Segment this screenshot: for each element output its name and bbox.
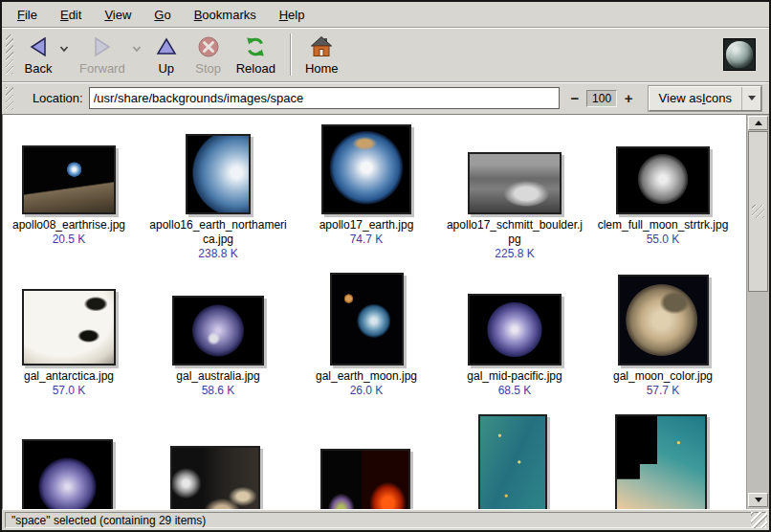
- back-icon: [27, 34, 50, 59]
- file-item-apollo08-earthrise[interactable]: apollo08_earthrise.jpg 20.5 K: [3, 119, 143, 247]
- location-bar: Location: − 100 + View as Icons: [2, 82, 769, 114]
- file-thumbnail: [330, 273, 404, 366]
- view-as-dropdown[interactable]: View as Icons: [649, 86, 761, 111]
- file-thumbnail[interactable]: [320, 449, 410, 509]
- file-name: gal_moon_color.jpg: [613, 369, 713, 384]
- file-thumbnail: [186, 134, 251, 214]
- forward-history-dropdown[interactable]: [132, 45, 142, 53]
- file-thumbnail[interactable]: [22, 439, 113, 509]
- home-icon: [310, 34, 333, 59]
- menu-help[interactable]: Help: [268, 4, 317, 26]
- file-size: 238.8 K: [198, 247, 237, 261]
- zoom-level-indicator: 100: [586, 90, 617, 107]
- file-size: 55.0 K: [647, 233, 680, 247]
- icon-view[interactable]: apollo08_earthrise.jpg 20.5 K apollo16_e…: [3, 115, 746, 509]
- file-name: gal_earth_moon.jpg: [316, 369, 417, 384]
- menu-file[interactable]: File: [6, 4, 49, 26]
- arrow-up-icon: [755, 121, 762, 125]
- file-item-gal-earth-moon[interactable]: gal_earth_moon.jpg 26.0 K: [293, 268, 440, 398]
- scroll-down-button[interactable]: [748, 493, 768, 507]
- menu-bookmarks[interactable]: Bookmarks: [183, 4, 268, 26]
- file-item-apollo17-schmitt-boulder[interactable]: apollo17_schmitt_boulder.jpg 225.8 K: [441, 119, 588, 261]
- file-thumbnail[interactable]: [615, 414, 707, 509]
- file-thumbnail: [468, 294, 562, 366]
- file-item-gal-mid-pacific[interactable]: gal_mid-pacific.jpg 68.5 K: [441, 268, 588, 398]
- file-name: gal_australia.jpg: [176, 369, 259, 384]
- toolbar-drag-handle[interactable]: [6, 34, 13, 75]
- throbber: [723, 38, 756, 71]
- window-resize-grip[interactable]: [751, 512, 767, 528]
- file-item-clem-full-moon[interactable]: clem_full_moon_strtrk.jpg 55.0 K: [589, 119, 737, 247]
- menu-view[interactable]: View: [93, 4, 143, 26]
- menu-bar: File Edit View Go Bookmarks Help: [2, 2, 769, 28]
- content-area: apollo08_earthrise.jpg 20.5 K apollo16_e…: [2, 114, 769, 510]
- file-name: apollo16_earth_northamerica.jpg: [147, 218, 289, 247]
- file-size: 74.7 K: [350, 233, 384, 247]
- home-button[interactable]: Home: [298, 32, 345, 78]
- file-name: apollo08_earthrise.jpg: [12, 218, 125, 233]
- file-size: 26.0 K: [350, 384, 384, 398]
- file-thumbnail[interactable]: [170, 446, 260, 509]
- file-thumbnail: [616, 146, 710, 214]
- locationbar-drag-handle[interactable]: [6, 87, 13, 110]
- up-icon: [155, 34, 178, 59]
- back-history-dropdown[interactable]: [59, 45, 69, 53]
- file-item-apollo16-earth-northamerica[interactable]: apollo16_earth_northamerica.jpg 238.8 K: [144, 119, 292, 261]
- file-size: 57.7 K: [647, 384, 680, 398]
- toolbar-separator: [290, 33, 291, 76]
- file-manager-window: File Edit View Go Bookmarks Help Back Fo…: [0, 0, 771, 532]
- file-name: gal_antarctica.jpg: [24, 369, 114, 384]
- menu-edit[interactable]: Edit: [49, 4, 93, 26]
- file-thumbnail: [468, 152, 562, 214]
- file-size: 225.8 K: [495, 247, 534, 261]
- location-label: Location:: [33, 91, 83, 105]
- back-button[interactable]: Back: [17, 32, 59, 78]
- up-button[interactable]: Up: [145, 32, 187, 78]
- file-thumbnail: [22, 145, 116, 214]
- menu-go[interactable]: Go: [143, 4, 182, 26]
- file-item-gal-moon-color[interactable]: gal_moon_color.jpg 57.7 K: [589, 268, 737, 398]
- status-text: "space" selected (containing 29 items): [11, 514, 206, 527]
- file-name: apollo17_earth.jpg: [319, 218, 414, 233]
- reload-icon: [244, 34, 267, 59]
- toolbar: Back Forward Up: [2, 28, 769, 82]
- zoom-out-button[interactable]: −: [567, 90, 584, 106]
- status-bar: "space" selected (containing 29 items): [2, 510, 769, 530]
- stop-icon: [197, 34, 220, 59]
- file-thumbnail[interactable]: [478, 414, 547, 509]
- throbber-globe-icon: [726, 41, 753, 68]
- file-item-gal-antarctica[interactable]: gal_antarctica.jpg 57.0 K: [3, 268, 143, 398]
- view-as-dropdown-arrow[interactable]: [741, 87, 760, 110]
- file-thumbnail: [172, 296, 264, 366]
- file-thumbnail: [618, 275, 709, 366]
- chevron-down-icon: [748, 96, 756, 100]
- file-name: gal_mid-pacific.jpg: [467, 369, 562, 384]
- zoom-in-button[interactable]: +: [621, 90, 637, 106]
- file-thumbnail: [321, 124, 411, 214]
- scroll-up-button[interactable]: [748, 116, 768, 130]
- reload-button[interactable]: Reload: [230, 32, 282, 78]
- forward-icon: [91, 34, 114, 59]
- file-item-apollo17-earth[interactable]: apollo17_earth.jpg 74.7 K: [293, 119, 440, 247]
- file-name: clem_full_moon_strtrk.jpg: [598, 218, 729, 233]
- file-size: 58.6 K: [202, 384, 235, 398]
- file-thumbnail: [22, 289, 116, 366]
- arrow-down-icon: [755, 498, 762, 502]
- file-size: 20.5 K: [53, 233, 86, 247]
- scrollbar-thumb[interactable]: [748, 131, 768, 292]
- vertical-scrollbar[interactable]: [746, 115, 769, 509]
- file-item-gal-australia[interactable]: gal_australia.jpg 58.6 K: [144, 268, 292, 398]
- location-input[interactable]: [89, 87, 560, 109]
- stop-button[interactable]: Stop: [187, 32, 230, 78]
- forward-button[interactable]: Forward: [73, 32, 132, 78]
- file-name: apollo17_schmitt_boulder.jpg: [444, 218, 585, 247]
- file-size: 57.0 K: [53, 384, 86, 398]
- file-size: 68.5 K: [498, 384, 532, 398]
